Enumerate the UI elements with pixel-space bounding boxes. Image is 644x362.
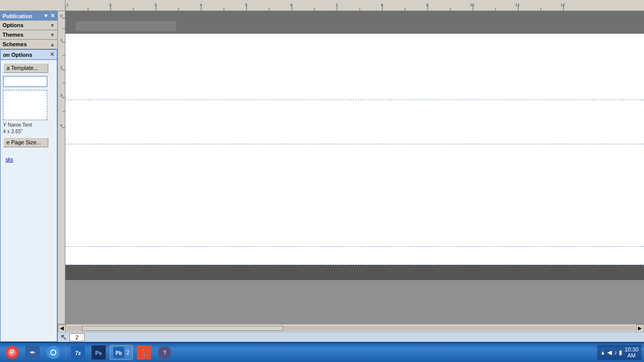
svg-text:Pb: Pb — [116, 350, 122, 356]
page-2-guide — [65, 246, 644, 247]
svg-text:11: 11 — [515, 3, 520, 7]
schemes-label: Schemes — [3, 41, 27, 47]
schemes-header[interactable]: Schemes ▲ — [0, 40, 57, 49]
scroll-right-button[interactable]: ▶ — [636, 324, 644, 332]
template-name-input[interactable] — [3, 76, 47, 87]
svg-text:Ps: Ps — [95, 350, 102, 356]
publication-title: Publication — [3, 13, 32, 19]
svg-text:📍: 📍 — [140, 348, 149, 357]
scroll-thumb[interactable] — [82, 326, 283, 331]
template-input-group — [3, 76, 54, 87]
canvas-area[interactable] — [65, 11, 644, 324]
horizontal-ruler: 1 2 3 4 5 6 7 8 9 10 11 — [65, 0, 644, 11]
insertion-options-header: on Options ✕ — [1, 50, 57, 60]
insertion-options-title: on Options — [3, 52, 32, 58]
options-arrow: ▼ — [50, 23, 55, 28]
minimize-icon[interactable]: ▼ — [43, 13, 49, 19]
svg-text:?: ? — [163, 349, 167, 356]
system-tray: ▲ ◀ ♪ ▮ 10:30 AM — [597, 345, 641, 360]
svg-text:10: 10 — [470, 3, 474, 7]
svg-text:7z: 7z — [75, 350, 81, 356]
svg-text:✒: ✒ — [30, 348, 36, 356]
options-label: Options — [3, 22, 24, 28]
top-ruler: 1 2 3 4 5 6 7 8 9 10 11 — [0, 0, 644, 11]
page-indicator-row: ↖ 2 — [58, 332, 644, 342]
canvas-bottom-gray — [65, 280, 644, 324]
tray-battery-icon: ▮ — [619, 349, 622, 356]
photoshop-taskbar-button[interactable]: Ps — [89, 344, 108, 361]
system-clock[interactable]: 10:30 AM — [624, 346, 638, 358]
7zip-taskbar-button[interactable]: 7z — [68, 344, 88, 361]
taskbar-sep-1 — [65, 345, 66, 360]
paint-taskbar-button[interactable]: P — [3, 344, 22, 361]
taskbar: P ✒ 7z — [0, 342, 644, 362]
svg-text:P: P — [10, 349, 14, 356]
themes-section: Themes ▼ — [0, 30, 57, 40]
svg-text:9: 9 — [426, 3, 429, 7]
change-page-size-button[interactable]: e Page Size... — [3, 137, 48, 147]
page-1-white[interactable] — [65, 34, 644, 144]
svg-text:5: 5 — [245, 3, 248, 7]
scroll-left-button[interactable]: ◀ — [58, 324, 66, 332]
load-template-button[interactable]: a Template... — [3, 63, 48, 73]
tray-show-hidden[interactable]: ▲ — [600, 349, 606, 355]
svg-text:2: 2 — [60, 65, 63, 70]
page-2-white[interactable] — [65, 144, 644, 265]
publisher-page-indicator: 2 — [126, 349, 129, 355]
page-1-guide — [65, 100, 644, 100]
clock-time: 10:30 — [624, 346, 638, 352]
chrome-taskbar-button[interactable] — [44, 344, 63, 361]
pen-taskbar-button[interactable]: ✒ — [23, 344, 42, 361]
bottom-link-area: sks — [1, 153, 57, 165]
app-container: 1 2 3 4 5 6 7 8 9 10 11 — [0, 0, 644, 362]
insertion-options-body: a Template... Y Name Tent 4 x 3.65" e Pa… — [1, 60, 57, 153]
template-name-display: Y Name Tent — [3, 122, 54, 128]
horizontal-scrollbar: ◀ ▶ — [58, 324, 644, 332]
themes-header[interactable]: Themes ▼ — [0, 30, 57, 39]
content-row: Publication ▼ ✕ Options ▼ Themes ▼ — [0, 11, 644, 342]
tasks-link[interactable]: sks — [3, 154, 16, 165]
dark-separator-bar — [65, 265, 644, 280]
svg-rect-36 — [58, 11, 65, 324]
window-controls: ▼ ✕ — [43, 13, 55, 19]
svg-text:2: 2 — [109, 3, 112, 7]
themes-label: Themes — [3, 32, 24, 38]
options-section: Options ▼ — [0, 21, 57, 30]
ruler-corner — [0, 0, 65, 11]
svg-text:3: 3 — [60, 93, 63, 98]
svg-text:7: 7 — [336, 3, 338, 7]
svg-rect-0 — [65, 0, 644, 11]
svg-text:4: 4 — [200, 3, 202, 7]
tray-volume-icon[interactable]: ♪ — [614, 349, 617, 356]
svg-text:1: 1 — [66, 3, 69, 7]
template-size-display: 4 x 3.65" — [3, 129, 54, 134]
publication-header: Publication ▼ ✕ — [0, 11, 57, 21]
close-icon[interactable]: ✕ — [50, 13, 55, 19]
unknown-taskbar-button[interactable]: ? — [155, 344, 174, 361]
svg-text:12: 12 — [560, 3, 565, 7]
cursor-icon: ↖ — [60, 332, 67, 342]
schemes-arrow: ▲ — [50, 42, 55, 47]
template-preview — [3, 90, 47, 120]
clock-date: AM — [624, 352, 638, 358]
page-number: 2 — [75, 334, 78, 340]
canvas-with-ruler: 0 1 2 3 4 — [58, 11, 644, 324]
publisher-taskbar-active[interactable]: Pb 2 — [110, 345, 133, 360]
insertion-options-panel: on Options ✕ a Template... Y Name Tent 4… — [0, 49, 57, 342]
vertical-ruler: 0 1 2 3 4 — [58, 11, 65, 324]
left-panel: Publication ▼ ✕ Options ▼ Themes ▼ — [0, 11, 58, 342]
tray-network-icon: ◀ — [607, 349, 612, 356]
svg-text:3: 3 — [154, 3, 157, 7]
options-header[interactable]: Options ▼ — [0, 21, 57, 30]
svg-text:6: 6 — [290, 3, 293, 7]
main-area: 0 1 2 3 4 — [58, 11, 644, 342]
maps-taskbar-button[interactable]: 📍 — [134, 344, 153, 361]
page-number-box: 2 — [69, 333, 85, 341]
schemes-section: Schemes ▲ — [0, 40, 57, 49]
svg-text:1: 1 — [60, 38, 63, 42]
scroll-track[interactable] — [67, 326, 635, 331]
insertion-options-close[interactable]: ✕ — [50, 51, 54, 58]
themes-arrow: ▼ — [50, 32, 55, 38]
svg-text:4: 4 — [60, 123, 63, 128]
svg-point-58 — [51, 350, 55, 354]
